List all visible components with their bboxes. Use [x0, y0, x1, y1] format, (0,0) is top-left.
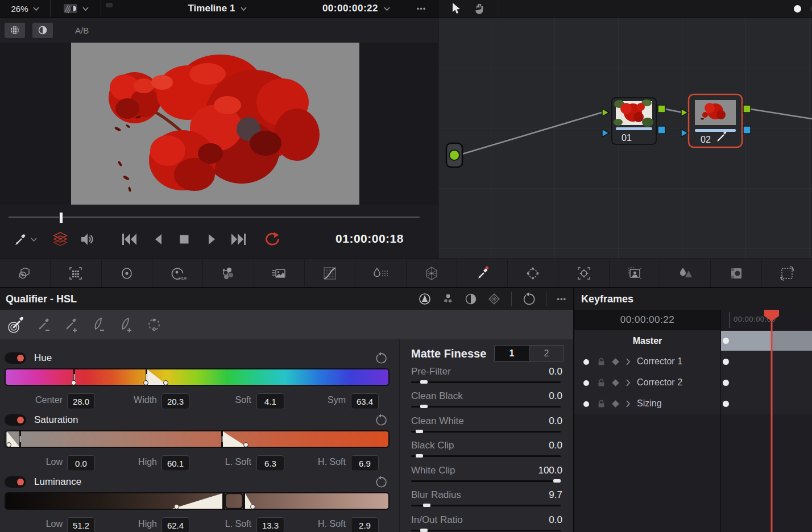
hue-low-handle[interactable] [71, 380, 76, 385]
corrector1-keyframe-dot[interactable] [723, 359, 729, 365]
palette-motion-effects[interactable] [254, 259, 305, 288]
mf-slider-3[interactable] [411, 455, 561, 457]
palette-curves[interactable] [305, 259, 355, 288]
lum-param-3-value[interactable]: 2.9 [351, 517, 379, 532]
record-timecode-select[interactable]: 00:00:00:22 [322, 3, 390, 14]
sizing-keyframe-dot[interactable] [723, 401, 729, 407]
qualifier-options-menu[interactable]: ••• [557, 295, 566, 304]
track-enable-dot[interactable] [583, 401, 589, 407]
luminance-reset-icon[interactable] [375, 476, 387, 488]
go-to-start-button[interactable] [121, 232, 137, 246]
tab-matte-2[interactable]: 2 [529, 346, 564, 361]
eyedropper-icon[interactable] [11, 231, 28, 248]
corrector-node-02-selected[interactable]: 02 [681, 94, 751, 147]
hue-reset-icon[interactable] [375, 352, 387, 364]
highlight-mode-button[interactable] [32, 23, 53, 38]
picker-add-tool[interactable] [63, 315, 81, 334]
lum-param-0-value[interactable]: 51.2 [67, 517, 95, 532]
palette-color-warper-mesh[interactable] [407, 259, 457, 288]
node-01-rgb-output-port[interactable] [658, 105, 665, 113]
sat-param-0-value[interactable]: 0.0 [67, 455, 95, 471]
hue-param-0-value[interactable]: 28.0 [67, 393, 95, 409]
lock-icon[interactable] [597, 400, 606, 408]
corrector-node-01[interactable]: 01 [602, 98, 665, 144]
palette-sizing[interactable] [762, 259, 812, 288]
mf-value-5[interactable]: 9.7 [549, 489, 562, 501]
palette-hdr[interactable]: HDR [152, 259, 203, 288]
lum-param-1-value[interactable]: 62.4 [161, 517, 189, 532]
luminance-range-bar[interactable] [5, 492, 390, 510]
mf-value-6[interactable]: 0.0 [549, 514, 562, 526]
mf-slider-4[interactable] [411, 480, 561, 482]
lock-icon[interactable] [597, 379, 606, 387]
node-view-dot-active[interactable] [794, 5, 801, 13]
mf-slider-2[interactable] [411, 431, 561, 433]
palette-key[interactable] [711, 259, 761, 288]
audio-mute-icon[interactable] [80, 231, 96, 247]
go-to-end-button[interactable] [231, 232, 247, 246]
palette-rgb-mixer[interactable] [203, 259, 254, 288]
hue-high-handle[interactable] [143, 380, 148, 385]
timeline-select[interactable]: Timeline 1 [113, 3, 322, 14]
palette-power-window[interactable] [508, 259, 558, 288]
split-screen-select[interactable] [51, 3, 101, 14]
unmix-layers-icon[interactable] [52, 231, 68, 247]
expand-chevron-icon[interactable] [625, 400, 631, 408]
sat-param-1-value[interactable]: 60.1 [161, 455, 189, 471]
play-button[interactable] [205, 233, 218, 246]
hue-param-1-value[interactable]: 20.3 [161, 393, 189, 409]
viewer-options-menu[interactable]: ••• [405, 5, 438, 13]
hue-param-2-value[interactable]: 4.1 [256, 393, 284, 409]
saturation-enable-toggle[interactable] [5, 414, 26, 426]
lock-icon[interactable] [597, 358, 606, 366]
picker-wheel-icon[interactable] [418, 292, 432, 306]
master-keyframe-dot[interactable] [723, 338, 729, 344]
color-picker-tool-active[interactable] [7, 315, 26, 334]
palette-color-warper[interactable] [355, 259, 406, 288]
sat-param-3-value[interactable]: 6.9 [351, 455, 379, 471]
invert-selection-tool[interactable] [144, 315, 164, 334]
viewer-zoom-select[interactable]: 26% [0, 4, 50, 14]
saturation-low-handle[interactable] [6, 442, 11, 447]
palette-camera-raw[interactable] [0, 259, 51, 288]
node-canvas[interactable]: 01 02 [438, 18, 812, 259]
node-01-key-output-port[interactable] [658, 126, 665, 134]
palette-blur[interactable] [660, 259, 711, 288]
keyframe-diamond-icon[interactable] [612, 358, 619, 365]
luminance-lsoft-handle[interactable] [174, 504, 179, 509]
mf-value-3[interactable]: 0.0 [549, 440, 562, 451]
mf-value-1[interactable]: 0.0 [549, 390, 562, 402]
tab-matte-1[interactable]: 1 [495, 346, 529, 361]
palette-color-wheels[interactable] [102, 259, 152, 288]
palette-color-match[interactable] [51, 259, 101, 288]
ab-compare-label[interactable]: A/B [75, 26, 89, 35]
matte-contrast-icon[interactable] [465, 293, 477, 305]
expand-chevron-icon[interactable] [625, 358, 631, 365]
keyframe-diamond-icon[interactable] [612, 400, 619, 408]
reset-icon[interactable] [522, 292, 536, 306]
picker-subtract-tool[interactable] [35, 315, 53, 334]
mf-value-4[interactable]: 100.0 [538, 465, 562, 476]
3d-keyer-icon[interactable] [487, 292, 501, 306]
saturation-reset-icon[interactable] [375, 414, 387, 426]
node-01-rgb-input-port[interactable] [602, 109, 609, 117]
node-02-key-input-port[interactable] [681, 129, 688, 137]
node-01-key-input-port[interactable] [602, 129, 609, 137]
mf-value-0[interactable]: 0.0 [549, 366, 562, 377]
palette-tracker[interactable] [558, 259, 609, 288]
scrub-bar[interactable] [9, 217, 420, 218]
hue-param-3-value[interactable]: 63.4 [351, 393, 379, 409]
mf-slider-5[interactable] [411, 505, 561, 506]
stop-button[interactable] [178, 233, 190, 246]
lum-param-2-value[interactable]: 13.3 [256, 517, 284, 532]
loop-playback-button[interactable] [263, 231, 281, 248]
node-02-rgb-input-port[interactable] [681, 109, 688, 117]
saturation-range-bar[interactable] [5, 430, 390, 448]
palette-qualifier-active[interactable] [457, 259, 508, 288]
track-enable-dot[interactable] [583, 380, 589, 386]
track-enable-dot[interactable] [583, 359, 589, 365]
node-02-rgb-output-port[interactable] [743, 105, 751, 113]
corrector2-keyframe-dot[interactable] [723, 380, 729, 386]
select-cursor-icon[interactable] [451, 2, 461, 15]
sat-param-2-value[interactable]: 6.3 [256, 455, 284, 471]
